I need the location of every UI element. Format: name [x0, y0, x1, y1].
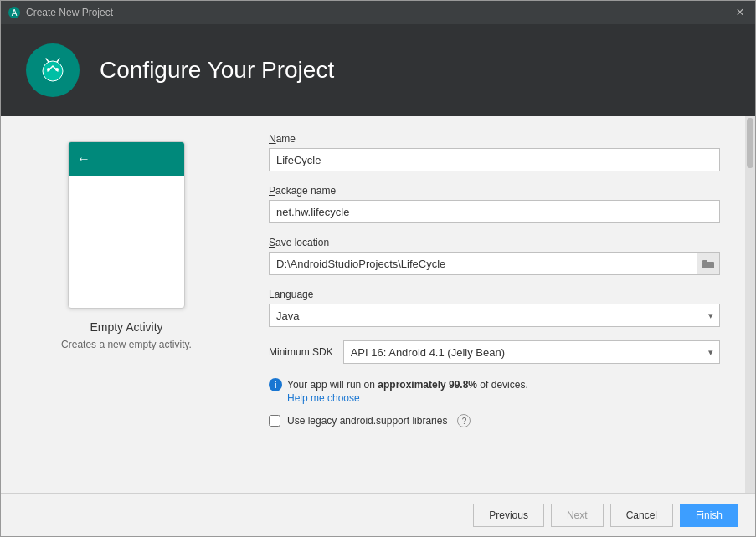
footer: Previous Next Cancel Finish: [1, 493, 755, 536]
page-title: Configure Your Project: [100, 57, 334, 84]
name-label: Name: [269, 133, 720, 145]
activity-label: Empty Activity: [90, 320, 162, 334]
phone-mockup: ←: [68, 141, 185, 309]
cancel-button[interactable]: Cancel: [610, 504, 673, 527]
android-logo-icon: [37, 54, 69, 86]
min-sdk-select[interactable]: API 16: Android 4.1 (Jelly Bean) API 17:…: [343, 340, 720, 364]
svg-rect-8: [702, 262, 714, 268]
language-label: Language: [269, 289, 720, 300]
min-sdk-label: Minimum SDK: [269, 346, 333, 358]
save-location-label: Save location: [269, 237, 720, 248]
android-logo: [26, 43, 80, 97]
left-panel: ← Empty Activity Creates a new empty act…: [1, 116, 252, 493]
title-bar-text: Create New Project: [26, 7, 732, 18]
phone-mockup-top: ←: [69, 142, 184, 176]
name-field-group: Name: [269, 133, 720, 171]
next-button[interactable]: Next: [551, 504, 604, 527]
help-me-choose-link[interactable]: Help me choose: [287, 392, 528, 404]
header-band: Configure Your Project: [1, 24, 755, 116]
min-sdk-select-wrapper: API 16: Android 4.1 (Jelly Bean) API 17:…: [343, 340, 720, 364]
content-area: ← Empty Activity Creates a new empty act…: [1, 116, 755, 493]
finish-button[interactable]: Finish: [680, 504, 738, 527]
package-name-field-group: Package name: [269, 185, 720, 223]
create-new-project-window: A Create New Project × Configure Your Pr…: [0, 0, 756, 537]
min-sdk-row: Minimum SDK API 16: Android 4.1 (Jelly B…: [269, 340, 720, 364]
activity-description: Creates a new empty activity.: [61, 339, 192, 350]
close-button[interactable]: ×: [732, 5, 748, 20]
package-name-label: Package name: [269, 185, 720, 197]
legacy-support-checkbox[interactable]: [269, 415, 280, 427]
legacy-support-label[interactable]: Use legacy android.support libraries: [287, 415, 447, 427]
language-select-wrapper: Java Kotlin: [269, 304, 720, 327]
save-location-field-group: Save location: [269, 237, 720, 275]
save-location-input[interactable]: [269, 252, 697, 275]
arrow-back-icon: ←: [77, 151, 90, 166]
svg-line-7: [57, 59, 59, 62]
info-icon: i: [269, 378, 282, 391]
name-input[interactable]: [269, 148, 720, 171]
android-studio-icon: A: [8, 6, 21, 19]
checkbox-help-button[interactable]: ?: [457, 414, 471, 427]
legacy-support-row: Use legacy android.support libraries ?: [269, 414, 720, 427]
language-field-group: Language Java Kotlin: [269, 289, 720, 327]
scrollbar[interactable]: [745, 116, 755, 493]
language-select[interactable]: Java Kotlin: [269, 304, 720, 327]
info-row: i Your app will run on approximately 99.…: [269, 377, 720, 404]
info-content: Your app will run on approximately 99.8%…: [287, 377, 528, 404]
package-name-input[interactable]: [269, 200, 720, 223]
info-text: Your app will run on approximately 99.8%…: [287, 379, 528, 391]
svg-rect-9: [702, 260, 707, 263]
title-bar: A Create New Project ×: [1, 1, 755, 24]
save-location-input-row: [269, 252, 720, 275]
svg-text:A: A: [12, 8, 18, 18]
svg-line-6: [46, 59, 49, 62]
browse-folder-button[interactable]: [697, 252, 720, 275]
svg-rect-5: [47, 74, 59, 79]
scrollbar-thumb[interactable]: [747, 118, 753, 168]
right-panel: Name Package name Save location: [252, 116, 745, 493]
folder-icon: [702, 259, 714, 268]
previous-button[interactable]: Previous: [473, 504, 544, 527]
